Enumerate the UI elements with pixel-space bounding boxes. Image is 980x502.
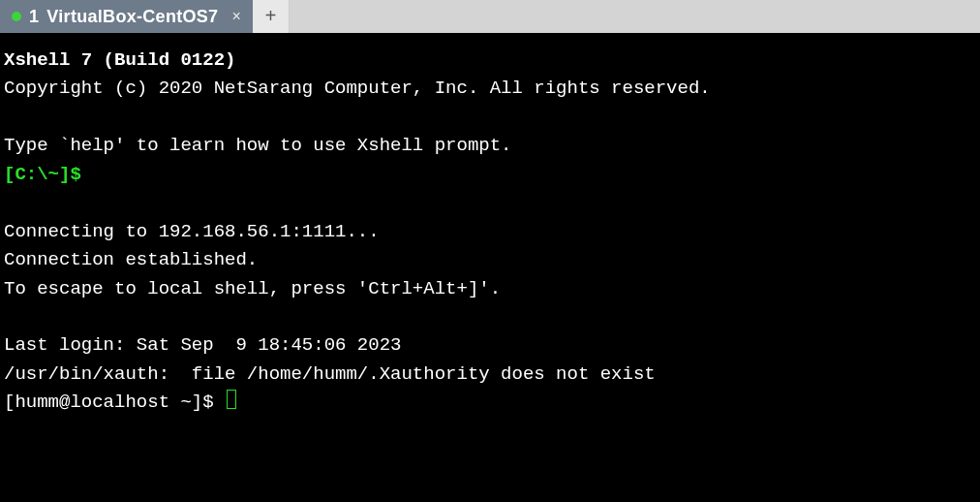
tab-bar: 1 VirtualBox-CentOS7 × + bbox=[0, 0, 980, 33]
plus-icon: + bbox=[265, 6, 277, 28]
connection-status-icon bbox=[12, 12, 21, 21]
help-hint: Type `help' to learn how to use Xshell p… bbox=[4, 135, 512, 156]
tab-index: 1 bbox=[29, 7, 39, 27]
terminal-area[interactable]: Xshell 7 (Build 0122) Copyright (c) 2020… bbox=[0, 33, 980, 422]
established-line: Connection established. bbox=[4, 249, 258, 270]
copyright-line: Copyright (c) 2020 NetSarang Computer, I… bbox=[4, 78, 711, 99]
banner-title: Xshell 7 (Build 0122) bbox=[4, 49, 235, 71]
cursor-icon bbox=[227, 390, 236, 409]
new-tab-button[interactable]: + bbox=[253, 0, 290, 33]
tab-title: VirtualBox-CentOS7 bbox=[46, 7, 218, 27]
tab-session-1[interactable]: 1 VirtualBox-CentOS7 × bbox=[0, 0, 253, 33]
shell-prompt: [humm@localhost ~]$ bbox=[4, 392, 225, 413]
xauth-line: /usr/bin/xauth: file /home/humm/.Xauthor… bbox=[4, 363, 656, 385]
local-prompt: [C:\~]$ bbox=[4, 164, 81, 185]
connecting-line: Connecting to 192.168.56.1:1111... bbox=[4, 221, 380, 242]
close-icon[interactable]: × bbox=[231, 8, 241, 25]
escape-hint: To escape to local shell, press 'Ctrl+Al… bbox=[4, 278, 501, 299]
last-login-line: Last login: Sat Sep 9 18:45:06 2023 bbox=[4, 334, 401, 356]
